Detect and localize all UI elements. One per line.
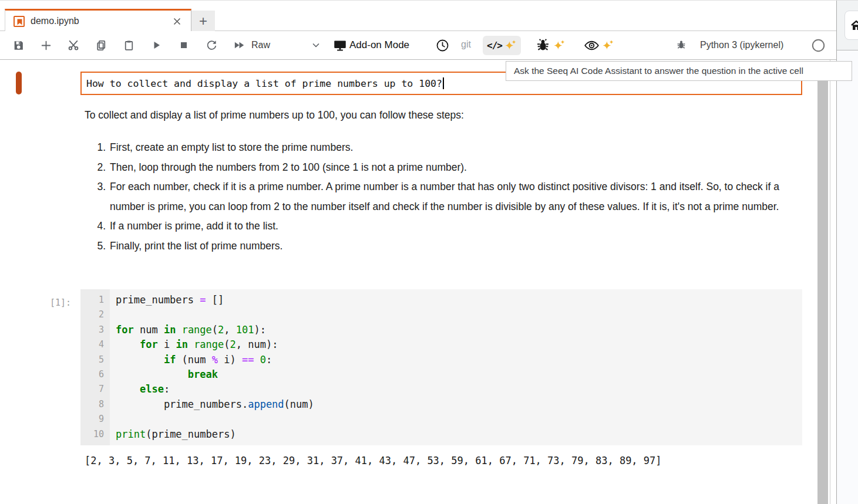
- notebook-toolbar: Raw Add-on Mode git </>: [0, 31, 836, 60]
- line-number: 7: [80, 382, 104, 397]
- line-number: 10: [80, 427, 104, 442]
- line-number: 9: [80, 412, 104, 427]
- copy-cells-icon[interactable]: [95, 39, 107, 52]
- code-line[interactable]: break: [116, 367, 802, 382]
- code-line[interactable]: prime_numbers.append(num): [116, 397, 802, 412]
- notebook-icon: [14, 16, 25, 27]
- kernel-name[interactable]: Python 3 (ipykernel): [700, 40, 783, 50]
- markdown-intro: To collect and display a list of prime n…: [85, 108, 787, 122]
- code-line[interactable]: print(prime_numbers): [116, 427, 802, 442]
- cell-output: [2, 3, 5, 7, 11, 13, 17, 19, 23, 29, 31,…: [85, 455, 662, 466]
- insert-cell-icon[interactable]: [39, 39, 52, 52]
- markdown-step: For each number, check if it is a prime …: [109, 177, 787, 217]
- code-icon: </>: [487, 40, 502, 51]
- execution-count: [1]:: [50, 297, 71, 308]
- jupyterlab-window: demo.ipynb +: [0, 0, 858, 504]
- sparkle-icon: [552, 39, 566, 52]
- ai-bug-assistant-button[interactable]: [531, 35, 570, 56]
- history-clock-icon[interactable]: [436, 39, 449, 55]
- line-number: 3: [80, 323, 104, 337]
- code-line[interactable]: [116, 307, 802, 322]
- code-gutter: 12345678910: [80, 289, 110, 445]
- chevron-down-icon: [311, 40, 321, 50]
- run-cell-icon[interactable]: [150, 39, 163, 52]
- sparkle-icon: [503, 39, 517, 52]
- active-cell-text: How to collect and display a list of pri…: [86, 78, 442, 89]
- kernel-status-icon[interactable]: [812, 39, 825, 55]
- markdown-steps: First, create an empty list to store the…: [85, 138, 787, 256]
- restart-run-all-icon[interactable]: [233, 39, 245, 52]
- ai-assistant-buttons: </>: [483, 31, 618, 59]
- cell-type-dropdown[interactable]: Raw: [251, 31, 321, 59]
- ai-code-assistant-button[interactable]: </>: [483, 36, 521, 55]
- line-number: 2: [80, 307, 104, 322]
- restart-kernel-icon[interactable]: [205, 39, 218, 52]
- markdown-step: Finally, print the list of prime numbers…: [109, 236, 787, 256]
- code-line[interactable]: [116, 412, 802, 427]
- line-number: 4: [80, 337, 104, 352]
- cut-cells-icon[interactable]: [67, 39, 80, 52]
- markdown-step: First, create an empty list to store the…: [109, 138, 787, 158]
- close-tab-icon[interactable]: [171, 15, 183, 27]
- interrupt-kernel-icon[interactable]: [177, 39, 190, 52]
- active-cell-indicator: [16, 72, 22, 94]
- ai-review-assistant-button[interactable]: [580, 35, 618, 56]
- tab-demo-ipynb[interactable]: demo.ipynb: [5, 9, 191, 32]
- bug-icon: [535, 38, 551, 53]
- sparkle-icon: [601, 39, 614, 52]
- right-sidebar-top: [837, 1, 858, 50]
- debugger-bug-icon[interactable]: [675, 39, 687, 53]
- addon-mode-button[interactable]: Add-on Mode: [332, 31, 409, 59]
- code-lines: prime_numbers = [] for num in range(2, 1…: [110, 289, 802, 445]
- code-cell-editor[interactable]: 12345678910 prime_numbers = [] for num i…: [80, 289, 802, 445]
- code-line[interactable]: for num in range(2, 101):: [116, 323, 802, 337]
- code-line[interactable]: else:: [116, 382, 802, 397]
- vertical-scrollbar[interactable]: [817, 76, 828, 504]
- save-icon[interactable]: [12, 39, 25, 52]
- markdown-step: Then, loop through the numbers from 2 to…: [109, 158, 787, 178]
- toolbar-icon-group: [12, 31, 245, 59]
- notebook-area: How to collect and display a list of pri…: [0, 60, 817, 504]
- markdown-output: To collect and display a list of prime n…: [85, 108, 787, 256]
- paste-cells-icon[interactable]: [122, 39, 135, 52]
- text-cursor: [443, 77, 444, 89]
- git-label[interactable]: git: [461, 39, 471, 50]
- line-number: 6: [80, 367, 104, 382]
- new-tab-button[interactable]: +: [191, 11, 215, 31]
- code-line[interactable]: for i in range(2, num):: [116, 337, 802, 352]
- monitor-icon: [332, 38, 348, 52]
- code-line[interactable]: if (num % i) == 0:: [116, 353, 802, 367]
- ai-assistant-tooltip: Ask the Seeq AI Code Assistant to answer…: [506, 61, 852, 81]
- panel-divider: [830, 60, 830, 504]
- line-number: 8: [80, 397, 104, 412]
- cell-type-value: Raw: [251, 40, 270, 50]
- home-button[interactable]: [844, 11, 858, 40]
- markdown-step: If a number is prime, add it to the list…: [109, 217, 787, 236]
- home-icon: [850, 19, 858, 32]
- addon-mode-label: Add-on Mode: [349, 39, 409, 51]
- line-number: 1: [80, 293, 104, 307]
- code-line[interactable]: prime_numbers = []: [116, 293, 802, 307]
- tab-title: demo.ipynb: [31, 16, 171, 26]
- tab-bar: demo.ipynb +: [0, 1, 836, 31]
- eye-icon: [584, 38, 600, 53]
- line-number: 5: [80, 353, 104, 367]
